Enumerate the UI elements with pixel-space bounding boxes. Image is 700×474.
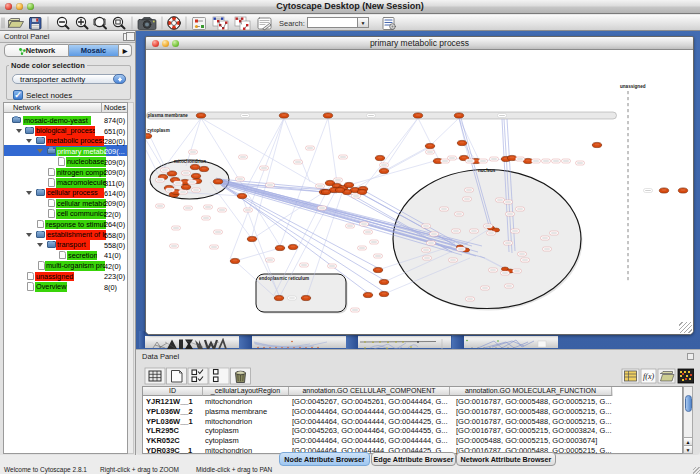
svg-text:nucleus: nucleus — [478, 168, 496, 173]
svg-text:unassigned: unassigned — [620, 84, 646, 89]
svg-text:cytoplasm: cytoplasm — [147, 128, 170, 133]
svg-text:mitochondrion: mitochondrion — [174, 159, 206, 164]
svg-text:f(x): f(x) — [643, 372, 654, 381]
svg-text:plasma membrane: plasma membrane — [148, 113, 189, 118]
svg-text:endoplasmic reticulum: endoplasmic reticulum — [259, 276, 309, 281]
